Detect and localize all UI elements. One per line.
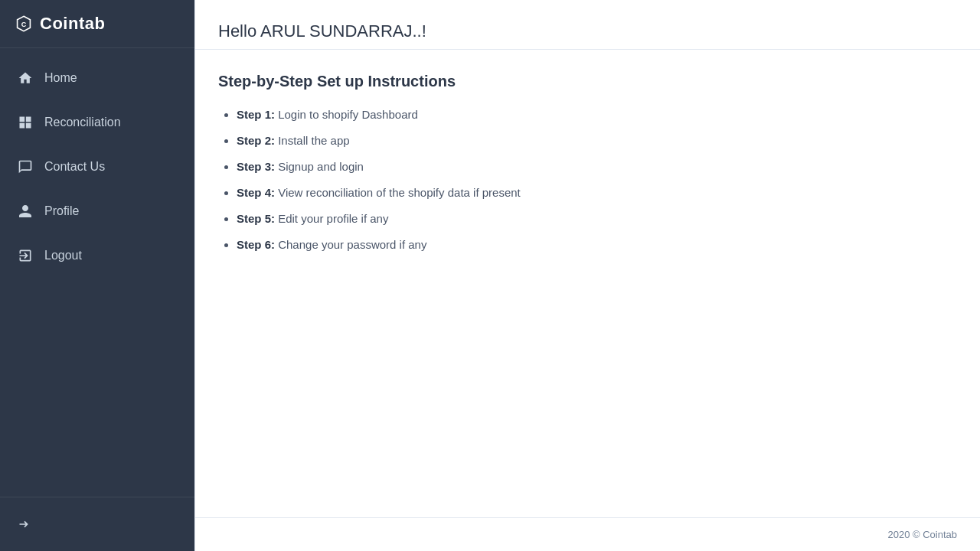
sidebar-item-contact-us[interactable]: Contact Us	[0, 145, 194, 189]
main-footer: 2020 © Cointab	[195, 517, 980, 551]
list-item: Step 2: Install the app	[237, 132, 957, 150]
instructions-title: Step-by-Step Set up Instructions	[218, 73, 957, 90]
sidebar-item-logout-label: Logout	[44, 249, 82, 262]
sidebar-item-home[interactable]: Home	[0, 56, 194, 100]
contact-icon	[17, 158, 34, 175]
svg-text:C: C	[21, 21, 27, 28]
list-item: Step 5: Edit your profile if any	[237, 210, 957, 228]
step-1-label: Step 1:	[237, 108, 275, 121]
sidebar-item-reconciliation-label: Reconciliation	[44, 116, 121, 129]
step-4-label: Step 4:	[237, 186, 275, 199]
step-2-label: Step 2:	[237, 134, 275, 147]
instructions-list: Step 1: Login to shopify Dashboard Step …	[218, 106, 957, 254]
sidebar-item-profile[interactable]: Profile	[0, 189, 194, 233]
sidebar-bottom	[0, 497, 194, 551]
list-item: Step 3: Signup and login	[237, 158, 957, 176]
home-icon	[17, 70, 34, 86]
sidebar-item-reconciliation[interactable]: Reconciliation	[0, 100, 194, 145]
greeting-text: Hello ARUL SUNDARRAJ..!	[218, 21, 957, 41]
sidebar-item-logout[interactable]: Logout	[0, 233, 194, 278]
main-content: Step-by-Step Set up Instructions Step 1:…	[195, 50, 980, 517]
cointab-logo-icon: C	[15, 15, 32, 32]
sidebar-logo[interactable]: C Cointab	[0, 0, 194, 48]
exit-icon	[17, 516, 34, 533]
sidebar: C Cointab Home Reconciliation Contact Us	[0, 0, 194, 551]
brand-name: Cointab	[40, 14, 105, 34]
sidebar-bottom-logout[interactable]	[17, 510, 178, 539]
main-content-area: Hello ARUL SUNDARRAJ..! Step-by-Step Set…	[194, 0, 980, 551]
profile-icon	[17, 203, 34, 220]
step-5-label: Step 5:	[237, 212, 275, 225]
list-item: Step 1: Login to shopify Dashboard	[237, 106, 957, 124]
sidebar-navigation: Home Reconciliation Contact Us Profile	[0, 48, 194, 497]
sidebar-item-profile-label: Profile	[44, 204, 79, 218]
step-3-text: Signup and login	[278, 160, 364, 173]
list-item: Step 6: Change your password if any	[237, 236, 957, 254]
logout-icon	[17, 247, 34, 264]
footer-copyright: 2020 © Cointab	[887, 529, 957, 540]
reconciliation-icon	[17, 114, 34, 131]
step-6-text: Change your password if any	[278, 238, 426, 251]
step-2-text: Install the app	[278, 134, 349, 147]
list-item: Step 4: View reconciliation of the shopi…	[237, 184, 957, 202]
step-3-label: Step 3:	[237, 160, 275, 173]
step-6-label: Step 6:	[237, 238, 275, 251]
step-1-text: Login to shopify Dashboard	[278, 108, 418, 121]
step-4-text: View reconciliation of the shopify data …	[278, 186, 521, 199]
main-header: Hello ARUL SUNDARRAJ..!	[195, 0, 980, 50]
sidebar-item-contact-us-label: Contact Us	[44, 160, 105, 174]
step-5-text: Edit your profile if any	[278, 212, 388, 225]
sidebar-item-home-label: Home	[44, 71, 77, 85]
